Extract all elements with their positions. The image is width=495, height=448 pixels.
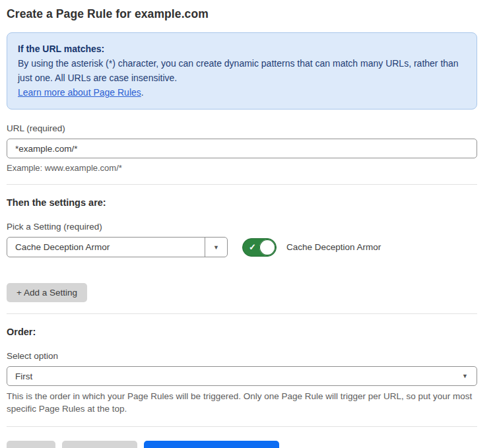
info-box-body: By using the asterisk (*) character, you… [18,56,466,85]
order-helper-text: This is the order in which your Page Rul… [7,390,477,415]
order-section-heading: Order: [7,327,477,337]
save-as-draft-button[interactable]: Save as Draft [62,441,137,448]
add-setting-button[interactable]: + Add a Setting [7,283,87,302]
chevron-down-icon: ▼ [213,244,219,251]
order-select-label: Select option [7,351,477,361]
cache-deception-armor-toggle[interactable]: ✓ [242,238,277,257]
order-select-value: First [15,371,32,381]
link-suffix: . [141,87,144,98]
divider [7,313,477,314]
pick-setting-label: Pick a Setting (required) [7,222,477,232]
page-rule-form: Create a Page Rule for example.com If th… [0,0,495,448]
info-box-link-line: Learn more about Page Rules. [18,85,466,100]
divider [7,426,477,427]
settings-section-heading: Then the settings are: [7,197,477,208]
url-example-helper: Example: www.example.com/* [7,163,477,173]
chevron-down-icon: ▼ [462,373,468,379]
order-select[interactable]: First ▼ [7,366,477,386]
toggle-knob [259,240,275,255]
url-match-info-box: If the URL matches: By using the asteris… [7,32,477,110]
setting-select-value: Cache Deception Armor [7,238,205,257]
setting-toggle-wrap: ✓ Cache Deception Armor [242,238,381,257]
page-title: Create a Page Rule for example.com [7,7,477,21]
url-input[interactable] [7,139,477,158]
setting-row: Cache Deception Armor ▼ ✓ Cache Deceptio… [7,237,477,257]
toggle-label: Cache Deception Armor [286,242,381,252]
setting-select-arrow-button[interactable]: ▼ [205,238,227,257]
learn-more-link[interactable]: Learn more about Page Rules [18,87,141,98]
url-field-label: URL (required) [7,123,477,133]
info-box-heading: If the URL matches: [18,42,466,56]
save-and-deploy-button[interactable]: Save and Deploy Page Rule [144,441,280,448]
setting-select[interactable]: Cache Deception Armor ▼ [7,237,228,257]
footer-buttons: Cancel Save as Draft Save and Deploy Pag… [7,441,477,448]
divider [7,184,477,185]
check-icon: ✓ [249,242,256,252]
cancel-button[interactable]: Cancel [7,441,55,448]
